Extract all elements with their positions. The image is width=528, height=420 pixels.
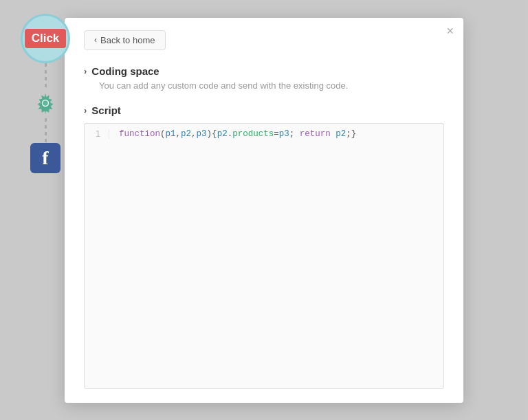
script-title: Script (91, 104, 121, 116)
coding-space-description: You can add any custom code and send wit… (99, 80, 444, 92)
coding-space-header[interactable]: › Coding space (84, 65, 444, 77)
close-button[interactable]: × (446, 25, 454, 37)
back-chevron-icon: ‹ (94, 35, 97, 45)
code-editor[interactable]: 1 function(p1,p2,p3){p2.products=p3; ret… (84, 123, 444, 389)
script-chevron-icon: › (84, 105, 87, 115)
modal-content: ‹ Back to home › Coding space You can ad… (65, 18, 463, 403)
line-number-1: 1 (85, 129, 109, 139)
svg-point-2 (43, 100, 48, 106)
modal-overlay: Click f × ‹ Back to home (0, 0, 528, 420)
gear-flow-node[interactable] (30, 88, 60, 118)
coding-space-title: Coding space (91, 65, 159, 77)
facebook-icon: f (42, 147, 48, 169)
coding-space-chevron-icon: › (84, 66, 87, 76)
code-line-1: 1 function(p1,p2,p3){p2.products=p3; ret… (85, 124, 443, 144)
code-text-1: function(p1,p2,p3){p2.products=p3; retur… (109, 129, 356, 139)
script-header[interactable]: › Script (84, 104, 444, 116)
facebook-flow-node[interactable]: f (30, 143, 60, 173)
back-button-label: Back to home (100, 35, 155, 45)
coding-space-modal: × ‹ Back to home › Coding space You can … (65, 18, 463, 403)
back-to-home-button[interactable]: ‹ Back to home (84, 30, 166, 50)
gear-icon (32, 90, 58, 116)
flow-connector-1 (45, 63, 47, 88)
click-flow-node[interactable]: Click (21, 14, 70, 63)
click-badge-label: Click (25, 29, 67, 48)
flow-connector-2 (45, 118, 47, 143)
flow-sidebar: Click f (21, 14, 70, 173)
